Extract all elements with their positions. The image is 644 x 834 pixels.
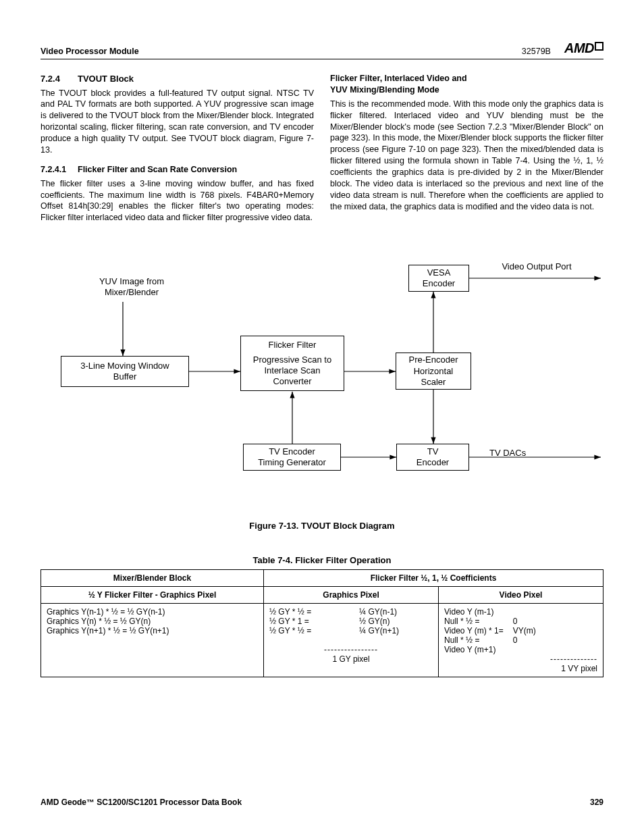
- page-header: Video Processor Module 32579B AMD: [41, 41, 603, 59]
- right-column: Flicker Filter, Interlaced Video and YUV…: [330, 73, 603, 228]
- box-3line-buffer: 3-Line Moving Window Buffer: [61, 356, 189, 387]
- cell-graphics-pixel: ½ GY * ½ = ½ GY * 1 = ½ GY * ½ = ¼ GY(n-…: [264, 604, 439, 677]
- label-yuv-input: YUV Image from Mixer/Blender: [81, 276, 182, 298]
- amd-logo: AMD: [564, 41, 603, 56]
- label-video-output-port: Video Output Port: [489, 261, 584, 272]
- table-row: ½ Y Flicker Filter - Graphics Pixel Grap…: [41, 587, 603, 604]
- flicker-filter-table: Mixer/Blender Block Flicker Filter ½, 1,…: [41, 569, 603, 677]
- para-flicker-filter: The flicker filter uses a 3-line moving …: [41, 178, 314, 224]
- header-docnum: 32579B: [522, 47, 551, 56]
- box-tv-encoder: TV Encoder: [396, 444, 469, 471]
- box-pre-encoder-scaler: Pre-Encoder Horizontal Scaler: [396, 353, 471, 390]
- box-flicker-filter: Flicker Filter Progressive Scan to Inter…: [240, 336, 344, 391]
- box-vesa-encoder: VESA Encoder: [408, 265, 469, 292]
- th-mixer-blender: Mixer/Blender Block: [41, 570, 264, 587]
- body-columns: 7.2.4TVOUT Block The TVOUT block provide…: [41, 73, 603, 228]
- header-section-title: Video Processor Module: [41, 47, 139, 56]
- th-video-pixel: Video Pixel: [439, 587, 603, 604]
- th-coefficients: Flicker Filter ½, 1, ½ Coefficients: [264, 570, 603, 587]
- subheading-mode: Flicker Filter, Interlaced Video and YUV…: [330, 73, 603, 96]
- box-timing-generator: TV Encoder Timing Generator: [243, 444, 341, 471]
- table-caption: Table 7-4. Flicker Filter Operation: [41, 555, 603, 565]
- table-row: Mixer/Blender Block Flicker Filter ½, 1,…: [41, 570, 603, 587]
- left-column: 7.2.4TVOUT Block The TVOUT block provide…: [41, 73, 314, 228]
- th-graphics-pixel: Graphics Pixel: [264, 587, 439, 604]
- heading-7-2-4-1: 7.2.4.1Flicker Filter and Scan Rate Conv…: [41, 164, 314, 176]
- figure-caption: Figure 7-13. TVOUT Block Diagram: [41, 521, 603, 531]
- heading-7-2-4: 7.2.4TVOUT Block: [41, 73, 314, 85]
- page-footer: AMD Geode™ SC1200/SC1201 Processor Data …: [41, 798, 603, 807]
- cell-video-pixel: Video Y (m-1) Null * ½ = Video Y (m) * 1…: [439, 604, 603, 677]
- tvout-block-diagram: YUV Image from Mixer/Blender 3-Line Movi…: [41, 248, 603, 504]
- para-mode-desc: This is the recommended mode. With this …: [330, 99, 603, 213]
- table-row: Graphics Y(n-1) * ½ = ½ GY(n-1) Graphics…: [41, 604, 603, 677]
- label-tv-dacs: TV DACs: [489, 448, 557, 459]
- footer-book-title: AMD Geode™ SC1200/SC1201 Processor Data …: [41, 798, 242, 807]
- cell-mixer-formulas: Graphics Y(n-1) * ½ = ½ GY(n-1) Graphics…: [41, 604, 264, 677]
- footer-page-number: 329: [590, 798, 603, 807]
- para-tvout-intro: The TVOUT block provides a full-featured…: [41, 88, 314, 156]
- th-half-y: ½ Y Flicker Filter - Graphics Pixel: [41, 587, 264, 604]
